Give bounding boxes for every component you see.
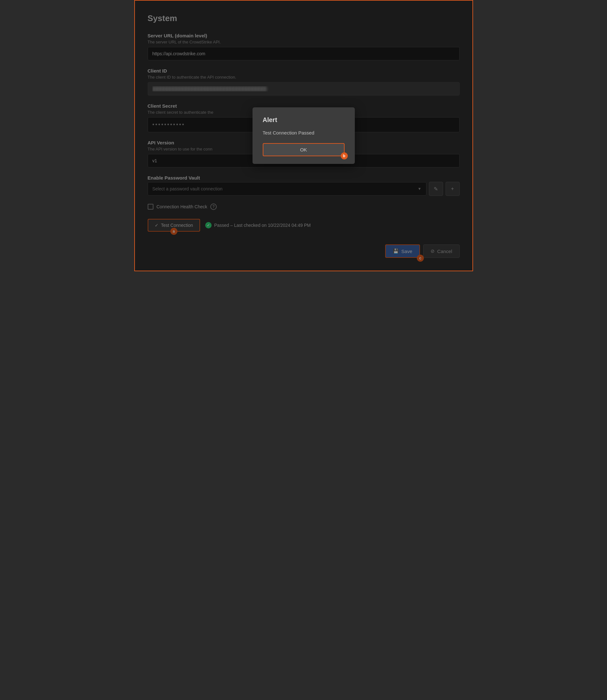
modal-title: Alert xyxy=(263,116,344,124)
alert-modal: Alert Test Connection Passed OK b xyxy=(252,107,355,164)
modal-message: Test Connection Passed xyxy=(263,130,344,135)
modal-overlay: Alert Test Connection Passed OK b xyxy=(135,1,473,270)
settings-panel: System Server URL (domain level) The ser… xyxy=(134,0,473,271)
badge-b: b xyxy=(341,152,348,159)
ok-button-wrapper: OK b xyxy=(263,143,344,156)
modal-ok-button[interactable]: OK xyxy=(263,143,344,156)
